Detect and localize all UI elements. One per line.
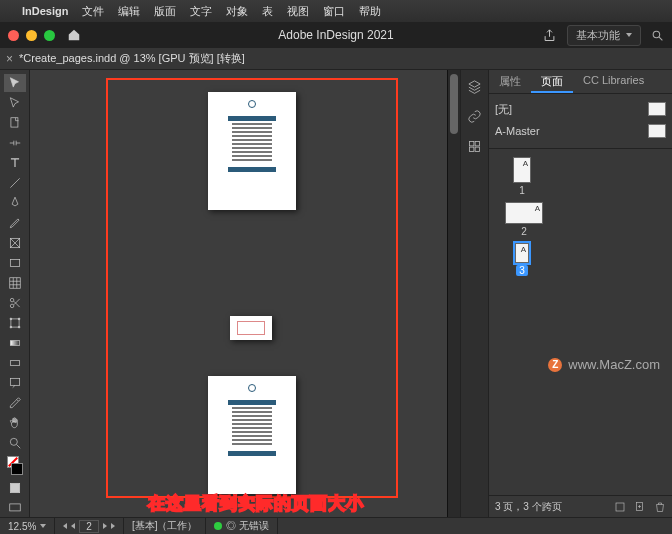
app-menu[interactable]: InDesign bbox=[22, 5, 68, 17]
grid-tool[interactable] bbox=[4, 274, 26, 292]
pages-panel: 属性 页面 CC Libraries [无] A-Master A 1 A 2 bbox=[488, 70, 672, 517]
svg-point-19 bbox=[18, 318, 20, 320]
fill-stroke-swap[interactable] bbox=[4, 454, 26, 477]
collapsed-panels-dock bbox=[460, 70, 488, 517]
menu-window[interactable]: 窗口 bbox=[323, 4, 345, 19]
pages-panel-footer: 3 页，3 个跨页 bbox=[489, 495, 672, 517]
hand-tool[interactable] bbox=[4, 414, 26, 432]
menu-layout[interactable]: 版面 bbox=[154, 4, 176, 19]
edit-page-size-icon[interactable] bbox=[614, 501, 626, 513]
gradient-swatch-tool[interactable] bbox=[4, 334, 26, 352]
preflight-ok-icon bbox=[214, 522, 222, 530]
current-page-field[interactable]: 2 bbox=[79, 520, 99, 533]
prev-page-icon[interactable] bbox=[71, 523, 75, 529]
tab-cc-libraries[interactable]: CC Libraries bbox=[573, 70, 654, 93]
pen-tool[interactable] bbox=[4, 194, 26, 212]
share-icon[interactable] bbox=[542, 28, 557, 43]
page-number: 3 bbox=[516, 265, 528, 276]
minimize-window-button[interactable] bbox=[26, 30, 37, 41]
workspace-switcher[interactable]: 基本功能 bbox=[567, 25, 641, 46]
selection-tool[interactable] bbox=[4, 74, 26, 92]
svg-rect-33 bbox=[616, 503, 624, 511]
page-2-thumbnail[interactable] bbox=[230, 316, 272, 340]
app-title: Adobe InDesign 2021 bbox=[278, 28, 393, 42]
svg-rect-29 bbox=[470, 141, 474, 145]
close-window-button[interactable] bbox=[8, 30, 19, 41]
menu-help[interactable]: 帮助 bbox=[359, 4, 381, 19]
zoom-value: 12.5% bbox=[8, 521, 36, 532]
panel-tabs: 属性 页面 CC Libraries bbox=[489, 70, 672, 94]
direct-selection-tool[interactable] bbox=[4, 94, 26, 112]
layers-icon[interactable] bbox=[465, 76, 485, 96]
master-label: [无] bbox=[495, 102, 512, 117]
chevron-down-icon bbox=[626, 33, 632, 37]
menu-table[interactable]: 表 bbox=[262, 4, 273, 19]
page-thumb-3[interactable]: A bbox=[515, 243, 529, 263]
svg-rect-22 bbox=[10, 340, 19, 345]
svg-point-13 bbox=[10, 298, 14, 302]
line-tool[interactable] bbox=[4, 174, 26, 192]
page-tool[interactable] bbox=[4, 114, 26, 132]
app-titlebar: Adobe InDesign 2021 基本功能 bbox=[0, 22, 672, 48]
screen-mode-toggle[interactable] bbox=[4, 499, 26, 517]
document-tab-label[interactable]: *Create_pages.indd @ 13% [GPU 预览] [转换] bbox=[19, 51, 245, 66]
svg-rect-23 bbox=[10, 360, 19, 365]
menu-file[interactable]: 文件 bbox=[82, 4, 104, 19]
status-preflight[interactable]: ◎ 无错误 bbox=[206, 518, 278, 534]
page-thumb-2[interactable]: A bbox=[505, 202, 543, 224]
last-page-icon[interactable] bbox=[111, 523, 115, 529]
page-navigator[interactable]: 2 bbox=[55, 518, 124, 534]
chevron-down-icon bbox=[40, 524, 46, 528]
zoom-window-button[interactable] bbox=[44, 30, 55, 41]
eyedropper-tool[interactable] bbox=[4, 394, 26, 412]
menu-edit[interactable]: 编辑 bbox=[118, 4, 140, 19]
next-page-icon[interactable] bbox=[103, 523, 107, 529]
watermark: Z www.MacZ.com bbox=[548, 357, 660, 372]
menu-type[interactable]: 文字 bbox=[190, 4, 212, 19]
page-number: 1 bbox=[519, 185, 525, 196]
masters-section: [无] A-Master bbox=[489, 94, 672, 149]
gap-tool[interactable] bbox=[4, 134, 26, 152]
svg-point-0 bbox=[653, 31, 660, 38]
view-mode-toggle[interactable] bbox=[4, 479, 26, 497]
document-canvas[interactable]: 在这里看到实际的页面大小 bbox=[30, 70, 460, 517]
master-a[interactable]: A-Master bbox=[495, 120, 666, 142]
page-3-thumbnail[interactable] bbox=[208, 376, 296, 494]
svg-line-1 bbox=[659, 37, 662, 40]
note-tool[interactable] bbox=[4, 374, 26, 392]
new-page-icon[interactable] bbox=[634, 501, 646, 513]
rectangle-frame-tool[interactable] bbox=[4, 234, 26, 252]
gradient-feather-tool[interactable] bbox=[4, 354, 26, 372]
pages-list: A 1 A 2 A 3 Z www.MacZ.com bbox=[489, 149, 672, 495]
tools-panel bbox=[0, 70, 30, 517]
svg-rect-28 bbox=[9, 504, 20, 511]
menu-view[interactable]: 视图 bbox=[287, 4, 309, 19]
svg-rect-31 bbox=[470, 147, 474, 151]
home-icon[interactable] bbox=[67, 28, 81, 42]
vertical-scrollbar[interactable] bbox=[447, 70, 460, 517]
tab-pages[interactable]: 页面 bbox=[531, 70, 573, 93]
free-transform-tool[interactable] bbox=[4, 314, 26, 332]
status-preflight-profile[interactable]: [基本]（工作） bbox=[124, 518, 207, 534]
mac-menubar: InDesign 文件 编辑 版面 文字 对象 表 视图 窗口 帮助 bbox=[0, 0, 672, 22]
page-1-thumbnail[interactable] bbox=[208, 92, 296, 210]
first-page-icon[interactable] bbox=[63, 523, 67, 529]
links-icon[interactable] bbox=[465, 106, 485, 126]
delete-page-icon[interactable] bbox=[654, 501, 666, 513]
menu-object[interactable]: 对象 bbox=[226, 4, 248, 19]
status-tag: ◎ 无错误 bbox=[226, 519, 269, 533]
scrollbar-thumb[interactable] bbox=[450, 74, 458, 134]
scissors-tool[interactable] bbox=[4, 294, 26, 312]
close-tab-button[interactable]: × bbox=[6, 52, 13, 66]
svg-rect-30 bbox=[475, 141, 479, 145]
zoom-level-dropdown[interactable]: 12.5% bbox=[0, 518, 55, 534]
page-thumb-1[interactable]: A bbox=[513, 157, 531, 183]
pencil-tool[interactable] bbox=[4, 214, 26, 232]
master-none[interactable]: [无] bbox=[495, 98, 666, 120]
tab-properties[interactable]: 属性 bbox=[489, 70, 531, 93]
type-tool[interactable] bbox=[4, 154, 26, 172]
zoom-tool[interactable] bbox=[4, 434, 26, 452]
search-icon[interactable] bbox=[651, 29, 664, 42]
rectangle-tool[interactable] bbox=[4, 254, 26, 272]
swatches-icon[interactable] bbox=[465, 136, 485, 156]
